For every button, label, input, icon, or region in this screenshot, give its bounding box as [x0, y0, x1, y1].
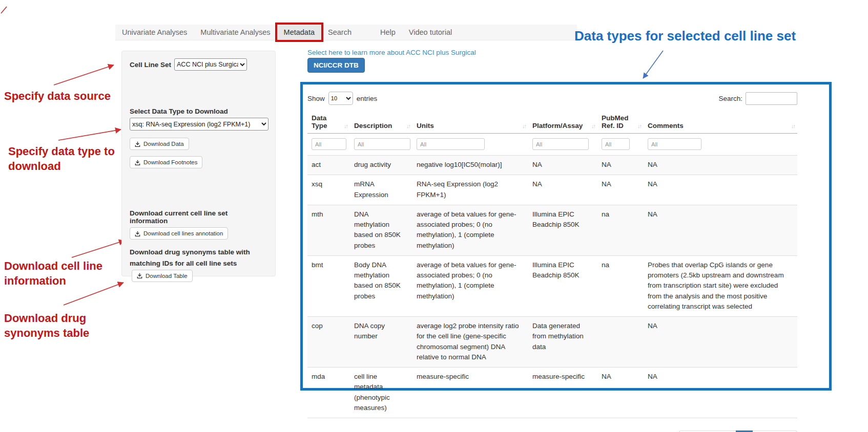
- cell-comments: NA: [644, 317, 797, 368]
- cell-data-type: cop: [307, 317, 350, 368]
- download-footnotes-label: Download Footnotes: [143, 159, 197, 165]
- cell-comments: NA: [644, 156, 797, 175]
- cell-pubmed: NA: [597, 368, 644, 418]
- page-length-select[interactable]: 10: [328, 92, 353, 105]
- filter-comments[interactable]: [648, 138, 701, 150]
- entries-label: entries: [357, 95, 378, 102]
- cell-pubmed: na: [597, 255, 644, 316]
- annotation-download-drug-synonyms: Download drug synonyms table: [4, 311, 99, 340]
- search-label: Search:: [718, 95, 742, 102]
- cell-platform: Data generated from methylation data: [528, 317, 597, 368]
- cell-data-type: mda: [307, 368, 350, 418]
- data-types-table: Data Type↓↑ Description↓↑ Units↓↑ Platfo…: [307, 112, 797, 418]
- column-header-data-type[interactable]: Data Type↓↑: [307, 112, 350, 134]
- tab-help[interactable]: Help: [374, 25, 402, 40]
- annotation-download-cell-line: Download cell line information: [4, 259, 107, 288]
- filter-description[interactable]: [354, 138, 410, 150]
- show-label: Show: [307, 95, 325, 102]
- download-data-button[interactable]: Download Data: [130, 138, 189, 150]
- download-icon: [135, 160, 140, 165]
- column-header-units[interactable]: Units↓↑: [412, 112, 528, 134]
- data-type-select[interactable]: xsq: RNA-seq Expression (log2 FPKM+1): [130, 118, 268, 131]
- sort-icon: ↓↑: [344, 123, 347, 129]
- cell-platform: NA: [528, 156, 597, 175]
- data-type-label: Select Data Type to Download: [130, 107, 267, 115]
- cell-pubmed: na: [597, 205, 644, 255]
- header-label: Description: [354, 122, 392, 129]
- tab-metadata[interactable]: Metadata: [277, 25, 321, 40]
- column-header-pubmed[interactable]: PubMed Ref. ID↓↑: [597, 112, 644, 134]
- tab-search[interactable]: Search: [321, 25, 358, 40]
- top-nav: Univariate Analyses Multivariate Analyse…: [115, 25, 577, 40]
- cell-description: mRNA Expression: [350, 175, 412, 205]
- cell-description: DNA methylation based on 850K probes: [350, 205, 412, 255]
- filter-platform[interactable]: [532, 138, 589, 150]
- column-header-platform[interactable]: Platform/Assay↓↑: [528, 112, 597, 134]
- header-label: Platform/Assay: [532, 122, 583, 129]
- cell-units: RNA-seq Expression (log2 FPKM+1): [412, 175, 528, 205]
- cell-description: drug activity: [350, 156, 412, 175]
- download-data-label: Download Data: [143, 141, 184, 147]
- annotation-specify-data-type: Specify data type to download: [8, 144, 120, 174]
- sort-icon: ↓↑: [791, 123, 795, 129]
- cell-units: average of beta values for gene-associat…: [412, 205, 528, 255]
- sort-icon: ↓↑: [591, 123, 595, 129]
- cell-platform: measure-specific: [528, 368, 597, 418]
- table-row: act drug activity negative log10[IC50(mo…: [307, 156, 797, 175]
- cell-comments: NA: [644, 368, 797, 418]
- cell-platform: Illumina EPIC Beadchip 850K: [528, 205, 597, 255]
- column-header-description[interactable]: Description↓↑: [350, 112, 412, 134]
- table-row: cop DNA copy number average log2 probe i…: [307, 317, 797, 368]
- cell-data-type: bmt: [307, 255, 350, 316]
- download-table-label: Download Table: [146, 273, 188, 279]
- cell-line-set-select[interactable]: ACC NCI plus Surgical: [174, 58, 247, 71]
- sort-icon: ↓↑: [522, 123, 526, 129]
- tab-video-tutorial[interactable]: Video tutorial: [402, 25, 459, 40]
- header-label: Comments: [648, 122, 684, 129]
- learn-more-link[interactable]: Select here to learn more about ACC NCI …: [307, 49, 476, 56]
- data-source-button[interactable]: NCI/CCR DTB: [307, 58, 365, 73]
- table-row: mth DNA methylation based on 850K probes…: [307, 205, 797, 255]
- cell-description: cell line metadata (phenotypic measures): [350, 368, 412, 418]
- download-cell-lines-annotation-button[interactable]: Download cell lines annotation: [130, 227, 228, 240]
- table-row: bmt Body DNA methylation based on 850K p…: [307, 255, 797, 316]
- cell-units: negative log10[IC50(molar)]: [412, 156, 528, 175]
- annotation-specify-data-source: Specify data source: [4, 89, 111, 104]
- search-input[interactable]: [746, 92, 797, 105]
- sort-icon: ↓↑: [637, 123, 641, 129]
- data-types-panel: Show 10 entries Search: Data Type↓↑ Desc…: [300, 82, 832, 391]
- cell-pubmed: NA: [597, 175, 644, 205]
- download-table-button[interactable]: Download Table: [132, 270, 193, 282]
- cell-line-info-heading: Download current cell line set informati…: [130, 209, 267, 225]
- cell-data-type: mth: [307, 205, 350, 255]
- cell-units: measure-specific: [412, 368, 528, 418]
- download-icon: [135, 231, 140, 236]
- cell-units: average log2 probe intensity ratio for t…: [412, 317, 528, 368]
- download-icon: [135, 141, 140, 147]
- cell-pubmed: NA: [597, 156, 644, 175]
- header-label: PubMed Ref. ID: [602, 114, 629, 129]
- tab-univariate-analyses[interactable]: Univariate Analyses: [115, 25, 194, 40]
- table-row: mda cell line metadata (phenotypic measu…: [307, 368, 797, 418]
- cell-units: average of beta values for gene-associat…: [412, 255, 528, 316]
- filter-units[interactable]: [417, 138, 485, 150]
- filter-data-type[interactable]: [312, 138, 346, 150]
- download-icon: [137, 273, 142, 278]
- cell-data-type: act: [307, 156, 350, 175]
- cell-comments: NA: [644, 175, 797, 205]
- cell-platform: NA: [528, 175, 597, 205]
- download-footnotes-button[interactable]: Download Footnotes: [130, 156, 202, 168]
- cell-data-type: xsq: [307, 175, 350, 205]
- filter-pubmed[interactable]: [602, 138, 630, 150]
- annotation-data-types-title: Data types for selected cell line set: [574, 28, 796, 44]
- header-label: Units: [417, 122, 434, 129]
- download-annotation-label: Download cell lines annotation: [143, 230, 223, 236]
- cell-description: DNA copy number: [350, 317, 412, 368]
- column-header-comments[interactable]: Comments↓↑: [644, 112, 797, 134]
- cell-comments: NA: [644, 205, 797, 255]
- sort-icon: ↓↑: [406, 123, 410, 129]
- table-row: xsq mRNA Expression RNA-seq Expression (…: [307, 175, 797, 205]
- cell-pubmed: [597, 317, 644, 368]
- tab-multivariate-analyses[interactable]: Multivariate Analyses: [194, 25, 277, 40]
- cell-line-set-label: Cell Line Set: [130, 61, 171, 69]
